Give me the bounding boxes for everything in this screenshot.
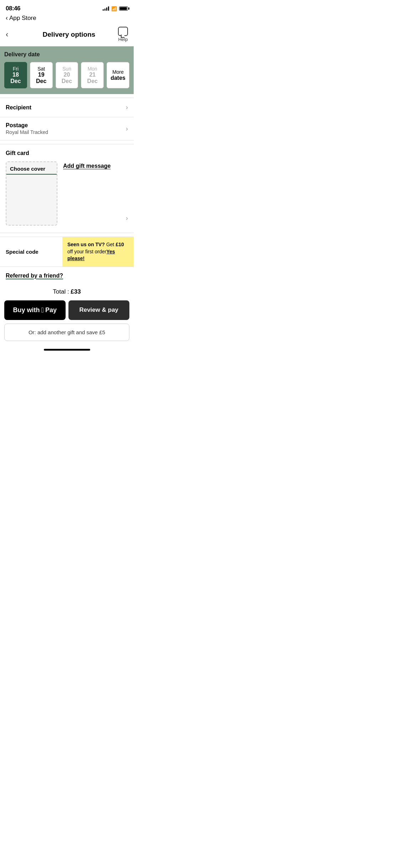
date-option-more[interactable]: More dates (107, 62, 129, 88)
nav-bar: ‹ Delivery options Help (0, 24, 134, 46)
help-button[interactable]: Help (118, 27, 128, 42)
apple-logo-icon:  (41, 306, 44, 314)
choose-cover-button[interactable]: Choose cover (6, 161, 57, 226)
review-pay-button[interactable]: Review & pay (68, 300, 130, 320)
app-store-back[interactable]: ‹ App Store (0, 14, 134, 24)
add-gift-button[interactable]: Or: add another gift and save £5 (4, 324, 129, 341)
total-row: Total : £33 (0, 285, 134, 300)
date-date-2: 20 Dec (58, 72, 76, 84)
nav-back-button[interactable]: ‹ (6, 30, 20, 39)
recipient-row[interactable]: Recipient › (0, 98, 134, 117)
special-code-left: Special code (0, 237, 62, 267)
referral-row[interactable]: Referred by a friend? (0, 267, 134, 285)
date-date-3: 21 Dec (83, 72, 101, 84)
tv-promo-text: Seen us on TV? Get £10 off your first or… (67, 241, 129, 262)
date-option-mon[interactable]: Mon 21 Dec (81, 62, 104, 88)
gift-card-title: Gift card (6, 150, 128, 156)
date-day-3: Mon (88, 66, 97, 72)
gift-card-section: Gift card Choose cover Add gift message … (0, 144, 134, 233)
referral-label: Referred by a friend? (6, 273, 63, 279)
date-options-list: Fri 18 Dec Sat 19 Dec Sun 20 Dec Mon 21 … (4, 62, 129, 88)
date-day-2: Sun (62, 66, 71, 72)
date-day-1: Sat (37, 66, 45, 72)
app-store-label: App Store (9, 15, 36, 22)
battery-icon (119, 6, 128, 11)
status-time: 08:46 (6, 5, 20, 12)
help-bubble-icon (118, 27, 128, 36)
special-code-section: Special code Seen us on TV? Get £10 off … (0, 237, 134, 267)
add-gift-message-button[interactable]: Add gift message (63, 163, 128, 169)
tv-promo-link[interactable]: Yes please! (67, 249, 115, 262)
delivery-date-title: Delivery date (4, 51, 129, 58)
total-amount: £33 (71, 288, 81, 295)
date-option-sat[interactable]: Sat 19 Dec (30, 62, 53, 88)
back-chevron-icon: ‹ (6, 14, 8, 22)
date-option-fri[interactable]: Fri 18 Dec (4, 62, 27, 88)
postage-chevron-icon: › (126, 125, 128, 133)
date-option-sun[interactable]: Sun 20 Dec (56, 62, 78, 88)
page-title: Delivery options (20, 31, 118, 38)
status-icons: 📶 (103, 6, 128, 11)
special-code-label: Special code (6, 249, 38, 255)
date-day-0: Fri (13, 66, 19, 72)
recipient-label: Recipient (6, 104, 31, 111)
home-indicator (0, 346, 134, 352)
status-bar: 08:46 📶 (0, 0, 134, 14)
postage-info: Postage Royal Mail Tracked (6, 122, 48, 135)
total-label: Total : (53, 288, 71, 295)
apple-pay-label: Buy with (13, 306, 40, 314)
gift-card-options: Choose cover Add gift message › (6, 161, 128, 226)
choose-cover-label: Choose cover (6, 162, 57, 175)
date-day-4: More (112, 69, 124, 75)
chevron-right-icon: › (126, 104, 128, 111)
tv-promo-banner[interactable]: Seen us on TV? Get £10 off your first or… (62, 237, 134, 267)
gift-message-area: Add gift message (63, 161, 128, 169)
date-date-4: dates (110, 75, 125, 81)
delivery-date-section: Delivery date Fri 18 Dec Sat 19 Dec Sun … (0, 46, 134, 94)
wifi-icon: 📶 (111, 6, 117, 11)
signal-icon (103, 6, 109, 11)
apple-pay-button[interactable]: Buy with  Pay (4, 300, 66, 320)
postage-sub: Royal Mail Tracked (6, 129, 48, 135)
postage-row[interactable]: Postage Royal Mail Tracked › (0, 117, 134, 140)
action-buttons: Buy with  Pay Review & pay (0, 300, 134, 324)
date-date-1: 19 Dec (32, 72, 50, 84)
gift-card-arrow-icon: › (126, 215, 128, 222)
date-date-0: 18 Dec (7, 72, 25, 84)
home-bar (44, 349, 90, 351)
apple-pay-word: Pay (45, 306, 57, 314)
postage-label: Postage (6, 122, 48, 129)
